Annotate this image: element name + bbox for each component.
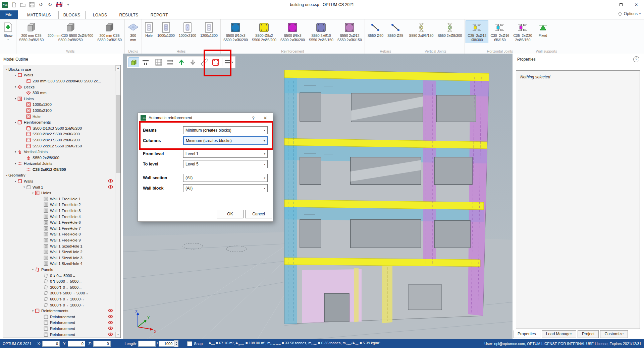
tree-expand-caret-icon[interactable]: ▾ [14,97,17,100]
props-tab-properties[interactable]: Properties [513,330,540,338]
tree-row[interactable]: Wall 1 FreeHole 2 [3,202,115,208]
ribbon-item-wall-supports-0[interactable]: Fixed [536,20,550,39]
tree-row[interactable]: C25 2xØ12 Ø8/300 [3,166,115,172]
scroll-down-icon[interactable]: ▼ [115,332,121,338]
tree-row[interactable]: 1000x2100 [3,108,115,114]
ribbon-item-vertical-joints-0[interactable]: S550 2xØ6/150 [407,20,435,39]
ribbon-item-holes-3[interactable]: 1200x1300 [198,20,220,39]
tree-row[interactable]: Reinforcement [3,326,115,332]
wall-section-dropdown[interactable]: (All)▾ [183,174,268,182]
tree-row[interactable]: ▾Walls [3,178,115,184]
quick-access-dropdown-icon[interactable]: ▾ [65,1,71,8]
tree-row[interactable]: S500 Ø10x3 S500 2xØ6/200 [3,125,115,131]
help-icon[interactable]: ? [633,56,639,62]
tree-row[interactable]: Wall 1 SizedHole 1 [3,243,115,249]
tree-row[interactable]: 200 mm C30 S500 2xØ8/400 S500 2x... [3,78,115,84]
dialog-help-button[interactable]: ? [249,116,258,121]
tree-row[interactable]: ▾Walls [3,72,115,78]
visibility-eye-icon[interactable] [108,332,113,337]
ribbon-item-reinforcement-3[interactable]: S550 2xØ10 S550 2xØ6/150 [307,20,335,43]
tree-expand-caret-icon[interactable]: ▾ [22,186,26,189]
show-button[interactable]: Show▾ [1,20,15,42]
tree-row[interactable]: ▾Panels [3,267,115,273]
scroll-up-icon[interactable]: ▲ [115,65,121,71]
ribbon-item-horizontal-joints-1[interactable]: C30 2xØ16 Ø6/150 [488,20,511,43]
tab-report[interactable]: REPORT [146,11,173,19]
tree-expand-caret-icon[interactable]: ▾ [31,309,35,312]
tree-row[interactable]: ▾Vertical Joints [3,149,115,155]
arrow-up-icon[interactable] [176,58,186,67]
undo-icon[interactable]: ↺ [38,1,44,8]
options-button[interactable]: Options ▾ [618,11,641,16]
ribbon-item-walls-0[interactable]: 200 mm C25 S550 2xØ6/150 [17,20,46,43]
ribbon-item-decks-0[interactable]: 300 mm [125,20,141,43]
tree-row[interactable]: 6000↴ 0→ 10000↔ [3,296,115,302]
tree-row[interactable]: Wall 1 FreeHole 9 [3,237,115,243]
visibility-eye-icon[interactable] [108,179,113,184]
view-cube-icon[interactable] [128,57,139,67]
ribbon-item-walls-2[interactable]: 200 mm C35 S550 2xØ6/150 [95,20,124,43]
tree-row[interactable]: ▾Holes [3,190,115,196]
tab-materials[interactable]: MATERIALS [22,11,56,19]
minimize-button[interactable]: – [598,0,613,9]
tree-row[interactable]: 0↴ 0→ 5000↔ [3,273,115,279]
dialog-close-button[interactable]: ✕ [261,116,270,121]
tree-expand-caret-icon[interactable]: ▾ [14,150,17,153]
z-input[interactable]: 0 [93,341,111,347]
tree-row[interactable]: 3000↴ 0→ 5000↔ [3,284,115,290]
ribbon-item-reinforcement-0[interactable]: S500 Ø10x3 S500 2xØ6/200 [221,20,250,43]
cancel-button[interactable]: Cancel [245,210,272,218]
ribbon-item-rebars-1[interactable]: S550 Ø25 [385,20,405,39]
tab-results[interactable]: RESULTS [114,11,143,19]
ribbon-item-horizontal-joints-2[interactable]: C35 2xØ20 2xØ6/150 [511,20,534,43]
ribbon-item-reinforcement-4[interactable]: S550 2xØ12 S550 2xØ6/150 [335,20,364,43]
grid-size-stepper[interactable]: ▲▼ [174,340,178,347]
save-icon[interactable] [29,1,35,8]
maximize-button[interactable] [613,0,629,9]
to-level-dropdown[interactable]: Level 5▾ [183,160,268,168]
visibility-eye-icon[interactable] [108,308,113,313]
tree-row[interactable]: ▾Horizontal Joints [3,161,115,167]
tree-row[interactable]: Wall 1 FreeHole 3 [3,208,115,214]
tree-row[interactable]: Reinforcement [3,314,115,320]
arrow-down-icon[interactable] [188,58,198,67]
tree-expand-caret-icon[interactable]: ▾ [5,68,8,71]
tab-loads[interactable]: LOADS [88,11,112,19]
visibility-eye-icon[interactable] [108,321,113,325]
tree-expand-caret-icon[interactable]: ▾ [14,85,17,88]
tree-row[interactable]: ▾Decks [3,84,115,90]
tree-row[interactable]: ▾Geometry [3,172,115,179]
close-button[interactable]: ✕ [629,0,644,9]
ribbon-item-reinforcement-1[interactable]: S500 Ø8x2 S500 2xØ6/200 [250,20,278,43]
props-tab-project[interactable]: Project [578,330,599,338]
tab-blocks[interactable]: BLOCKS [58,11,86,19]
tree-row[interactable]: S550 2xØ12 S550 2xØ6/150 [3,143,115,149]
tree-expand-caret-icon[interactable]: ▾ [14,121,17,124]
props-tab-customize[interactable]: Customize [600,330,628,338]
tree-row[interactable]: Wall 1 SizedHole 2 [3,249,115,255]
ribbon-item-holes-1[interactable]: 1000x1300 [155,20,177,39]
snap-checkbox[interactable] [187,341,192,346]
tree-row[interactable]: ▾Wall 1 [3,184,115,190]
tree-row[interactable]: Reinforcement [3,320,115,326]
x-input[interactable]: 0 [42,341,60,347]
visibility-eye-icon[interactable] [108,315,113,319]
ribbon-item-rebars-0[interactable]: S550 Ø20 [366,20,385,39]
ribbon-item-holes-0[interactable]: Hole [143,20,155,39]
from-level-dropdown[interactable]: Level 1▾ [183,150,268,158]
visibility-eye-icon[interactable] [108,326,113,331]
tree-row[interactable]: Wall 1 FreeHole 1 [3,196,115,202]
visibility-eye-icon[interactable] [108,185,113,190]
language-flag-icon[interactable] [56,1,62,8]
wall-block-dropdown[interactable]: (All)▾ [183,184,268,192]
joint-rail-icon[interactable] [141,58,151,67]
tree-row[interactable]: ▾Holes [3,96,115,102]
tree-row[interactable]: ▾Reinforcements [3,119,115,125]
tree-expand-caret-icon[interactable]: ▾ [5,174,8,177]
tree-scrollbar[interactable]: ▲ ▼ [115,65,120,338]
tab-file[interactable]: File [0,10,18,19]
tree-row[interactable]: ▾Blocks in use [3,66,115,72]
ribbon-item-reinforcement-2[interactable]: S500 Ø8x3 S500 2xØ6/200 [278,20,307,43]
tree-expand-caret-icon[interactable]: ▾ [14,74,17,77]
grid-size-input[interactable]: 1000 [159,341,174,347]
